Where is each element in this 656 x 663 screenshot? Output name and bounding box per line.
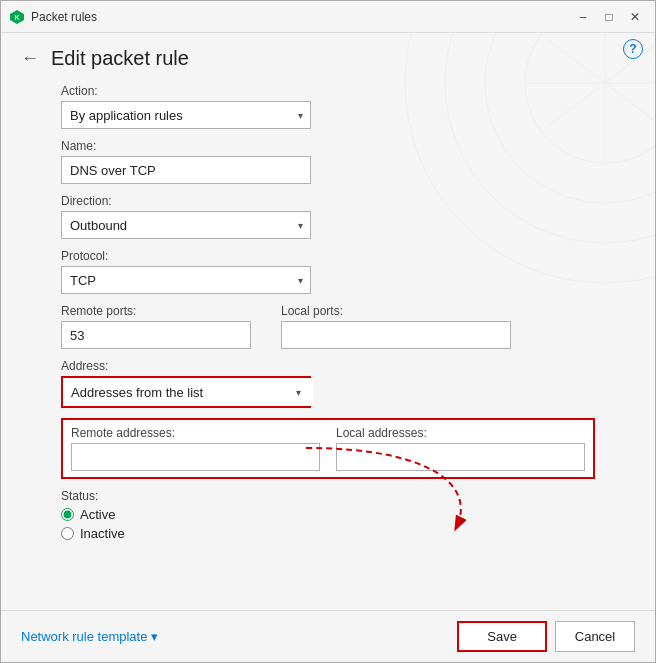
network-template-chevron-icon: ▾ bbox=[151, 629, 158, 644]
direction-select[interactable]: Outbound bbox=[61, 211, 311, 239]
address-select-wrapper: Addresses from the list ▾ bbox=[61, 376, 311, 408]
local-ports-group: Local ports: bbox=[281, 304, 511, 349]
status-section: Status: Active Inactive bbox=[61, 489, 595, 541]
direction-select-wrapper: Outbound ▾ bbox=[61, 211, 311, 239]
help-button[interactable]: ? bbox=[623, 39, 643, 59]
local-addresses-label: Local addresses: bbox=[336, 426, 585, 440]
header-row: ← Edit packet rule bbox=[1, 33, 655, 80]
footer-buttons: Save Cancel bbox=[457, 621, 635, 652]
name-input[interactable] bbox=[61, 156, 311, 184]
addresses-row: Remote addresses: Local addresses: bbox=[61, 418, 595, 479]
remote-addresses-input[interactable] bbox=[71, 443, 320, 471]
status-active-item[interactable]: Active bbox=[61, 507, 595, 522]
protocol-select[interactable]: TCP bbox=[61, 266, 311, 294]
local-addresses-group: Local addresses: bbox=[336, 426, 585, 471]
minimize-button[interactable]: – bbox=[571, 5, 595, 29]
action-select-wrapper: By application rules ▾ bbox=[61, 101, 311, 129]
direction-field-group: Direction: Outbound ▾ bbox=[61, 194, 595, 239]
protocol-select-wrapper: TCP ▾ bbox=[61, 266, 311, 294]
status-active-radio[interactable] bbox=[61, 508, 74, 521]
address-select[interactable]: Addresses from the list bbox=[63, 378, 313, 406]
status-inactive-radio[interactable] bbox=[61, 527, 74, 540]
name-label: Name: bbox=[61, 139, 595, 153]
close-button[interactable]: ✕ bbox=[623, 5, 647, 29]
status-radio-group: Active Inactive bbox=[61, 507, 595, 541]
local-addresses-input[interactable] bbox=[336, 443, 585, 471]
back-button[interactable]: ← bbox=[21, 48, 39, 69]
window-title: Packet rules bbox=[31, 10, 571, 24]
protocol-label: Protocol: bbox=[61, 249, 595, 263]
content-area: ? ← Edit packet rule Action: By applicat… bbox=[1, 33, 655, 610]
address-section: Address: Addresses from the list ▾ bbox=[61, 359, 595, 408]
network-template-label: Network rule template bbox=[21, 629, 147, 644]
main-window: K Packet rules – □ ✕ ? ← bbox=[0, 0, 656, 663]
action-field-group: Action: By application rules ▾ bbox=[61, 84, 595, 129]
network-template-link[interactable]: Network rule template ▾ bbox=[21, 629, 158, 644]
action-label: Action: bbox=[61, 84, 595, 98]
save-button[interactable]: Save bbox=[457, 621, 547, 652]
status-active-label: Active bbox=[80, 507, 115, 522]
name-field-group: Name: bbox=[61, 139, 595, 184]
remote-addresses-label: Remote addresses: bbox=[71, 426, 320, 440]
page-title: Edit packet rule bbox=[51, 47, 189, 70]
status-label: Status: bbox=[61, 489, 595, 503]
address-label: Address: bbox=[61, 359, 595, 373]
titlebar: K Packet rules – □ ✕ bbox=[1, 1, 655, 33]
protocol-field-group: Protocol: TCP ▾ bbox=[61, 249, 595, 294]
remote-ports-group: Remote ports: bbox=[61, 304, 251, 349]
local-ports-input[interactable] bbox=[281, 321, 511, 349]
action-select[interactable]: By application rules bbox=[61, 101, 311, 129]
svg-text:K: K bbox=[14, 14, 19, 21]
remote-ports-label: Remote ports: bbox=[61, 304, 251, 318]
local-ports-label: Local ports: bbox=[281, 304, 511, 318]
status-inactive-item[interactable]: Inactive bbox=[61, 526, 595, 541]
ports-row: Remote ports: Local ports: bbox=[61, 304, 595, 349]
form-body: Action: By application rules ▾ Name: Dir… bbox=[1, 80, 655, 610]
remote-addresses-group: Remote addresses: bbox=[71, 426, 320, 471]
cancel-button[interactable]: Cancel bbox=[555, 621, 635, 652]
footer: Network rule template ▾ Save Cancel bbox=[1, 610, 655, 662]
window-controls: – □ ✕ bbox=[571, 5, 647, 29]
maximize-button[interactable]: □ bbox=[597, 5, 621, 29]
status-inactive-label: Inactive bbox=[80, 526, 125, 541]
direction-label: Direction: bbox=[61, 194, 595, 208]
remote-ports-input[interactable] bbox=[61, 321, 251, 349]
app-icon: K bbox=[9, 9, 25, 25]
